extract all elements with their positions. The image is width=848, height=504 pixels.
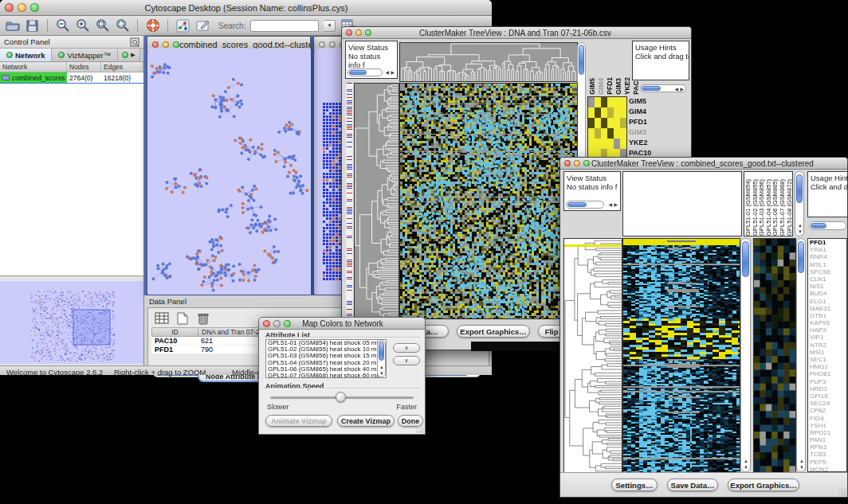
gene-column-label[interactable]: PFD1 — [606, 77, 614, 95]
scrollbar-thumb[interactable] — [579, 45, 584, 75]
tv1-usage-hscrollbar[interactable]: ◀ ▶ — [640, 84, 686, 92]
tv2-heatmap-vscrollbar[interactable]: ▲ ▼ — [740, 238, 751, 472]
scrollbar-thumb[interactable] — [742, 241, 749, 277]
scroll-up-arrow[interactable]: ▲ — [798, 223, 803, 228]
scrollbar-thumb[interactable] — [379, 342, 384, 361]
tv2-zoom-heatmap[interactable] — [753, 238, 796, 474]
control-panel-tab[interactable]: Network — [0, 49, 52, 61]
zoom-selected-icon[interactable] — [115, 18, 130, 33]
gene-list-item[interactable]: SEC1 — [808, 356, 846, 363]
gene-list-item[interactable]: HRD3 — [808, 385, 846, 393]
gene-row-label[interactable]: GIM3 — [629, 127, 651, 138]
resize-grip[interactable] — [838, 488, 846, 496]
search-dropdown-arrow[interactable]: ▾ — [324, 20, 336, 32]
gene-row-label[interactable]: YKE2 — [629, 138, 651, 148]
scroll-down-arrow[interactable]: ▼ — [744, 465, 748, 470]
attribute-list-scrollbar[interactable]: ▲ ▼ — [377, 340, 386, 377]
dp-col-id[interactable]: ID — [152, 328, 198, 336]
scroll-left-arrow[interactable]: ◀ — [385, 70, 389, 75]
tv2-zoom-scrollbar[interactable]: ▲ ▼ — [796, 238, 806, 472]
gene-row-label[interactable]: GIM5 — [629, 96, 651, 107]
zoom-button[interactable] — [30, 3, 39, 12]
minimize-button[interactable] — [163, 41, 169, 48]
minimize-button[interactable] — [329, 41, 336, 48]
tv1-status-hscrollbar[interactable] — [347, 68, 383, 76]
plugin-network-icon[interactable] — [175, 18, 190, 33]
tv1-heatmap[interactable] — [399, 83, 578, 319]
gene-list-item[interactable]: HMG1 — [808, 363, 846, 370]
resize-grip[interactable] — [416, 425, 424, 433]
zoom-button[interactable] — [284, 320, 291, 327]
control-panel-tab[interactable]: ▶ — [118, 49, 139, 61]
zoom-button[interactable] — [365, 29, 371, 36]
gene-list-item[interactable]: MSL1 — [808, 261, 846, 268]
gene-list-item[interactable]: TCB3 — [808, 451, 846, 458]
gene-list-item[interactable]: MAK31 — [808, 305, 846, 312]
export-graphics-button[interactable]: Export Graphics… — [728, 479, 799, 491]
delete-attribute-icon[interactable] — [194, 311, 212, 326]
tv2-row-dendrogram[interactable] — [563, 238, 622, 474]
close-button[interactable] — [319, 41, 325, 48]
scroll-right-arrow[interactable]: ▶ — [614, 202, 618, 207]
main-titlebar[interactable]: Cytoscape Desktop (Session Name: collins… — [0, 0, 492, 16]
scroll-right-arrow[interactable]: ▶ — [680, 87, 684, 92]
attribute-table-icon[interactable] — [153, 311, 171, 326]
tv1-row-dendrogram[interactable] — [354, 83, 399, 319]
gene-list-item[interactable]: PHO81 — [808, 370, 846, 377]
move-down-button[interactable]: ∨ — [393, 356, 420, 365]
gene-list-item[interactable]: PEP5 — [808, 459, 846, 466]
new-attribute-icon[interactable] — [174, 311, 191, 326]
gene-list-item[interactable]: KAP95 — [808, 319, 846, 326]
gene-list-item[interactable]: GPI16 — [808, 393, 846, 400]
tv2-status-hscrollbar[interactable] — [566, 201, 604, 209]
network-view1-canvas[interactable] — [148, 49, 311, 295]
gene-column-label[interactable]: GIM4 — [597, 78, 605, 95]
gene-list-item[interactable]: RNR4 — [808, 253, 846, 260]
close-button[interactable] — [5, 3, 14, 12]
array-column-label[interactable]: GPL51-08 (GSM872) — [787, 179, 793, 236]
scroll-up-arrow[interactable]: ▲ — [379, 365, 384, 369]
zoom-fit-icon[interactable] — [95, 18, 110, 33]
gene-list-item[interactable]: GTB1 — [808, 312, 846, 319]
move-up-button[interactable]: ∧ — [393, 343, 420, 353]
gene-list-item[interactable]: NTR2 — [808, 342, 846, 349]
tv2-titlebar[interactable]: ClusterMaker TreeView : combined_scores_… — [560, 158, 847, 170]
slider-thumb[interactable] — [336, 392, 346, 402]
tv2-column-dendrogram[interactable] — [622, 171, 742, 236]
close-button[interactable] — [263, 320, 270, 327]
scroll-down-arrow[interactable]: ▼ — [799, 465, 804, 470]
attribute-list-item[interactable]: GPL51-07 (GSM868) heat shock 60 min — [266, 373, 386, 378]
gene-list-item[interactable]: MSI1 — [808, 349, 846, 356]
save-data-button[interactable]: Save Data… — [667, 479, 718, 491]
scroll-down-arrow[interactable]: ▼ — [798, 229, 803, 234]
gene-list-item[interactable]: HAP3 — [808, 326, 846, 334]
tv1-zoom-heatmap[interactable] — [587, 96, 627, 160]
tv1-column-dendrogram[interactable] — [399, 42, 578, 82]
network-row[interactable]: combined_scores 2764(0) 16218(0) — [0, 72, 143, 83]
dialog-titlebar[interactable]: Map Colors to Network — [259, 318, 425, 330]
tv2-usage-hscrollbar[interactable] — [809, 221, 846, 230]
scrollbar-thumb[interactable] — [567, 202, 587, 207]
gene-list-item[interactable]: CPA2 — [808, 407, 846, 414]
tv2-heatmap[interactable] — [622, 238, 740, 474]
scroll-up-arrow[interactable]: ▲ — [799, 459, 804, 463]
tv2-labels-scrollbar[interactable]: ▲ ▼ — [795, 171, 804, 236]
col-nodes[interactable]: Nodes — [67, 62, 101, 72]
control-panel-tab[interactable]: VizMapper™ — [52, 49, 118, 61]
gene-list-item[interactable]: FIG4 — [808, 415, 846, 422]
close-button[interactable] — [564, 160, 571, 166]
scrollbar-thumb[interactable] — [349, 70, 367, 75]
gene-list-item[interactable]: SPC98 — [808, 268, 846, 275]
minimize-button[interactable] — [574, 160, 580, 166]
gene-list-item[interactable]: RPO21 — [808, 429, 846, 436]
tv1-titlebar[interactable]: ClusterMaker TreeView : DNA and Tran 07-… — [342, 27, 691, 39]
animate-vizmap-button[interactable]: Animate Vizmap — [265, 415, 332, 427]
scrollbar-thumb[interactable] — [811, 223, 826, 229]
settings-button[interactable]: Settings… — [611, 479, 658, 491]
gene-list-item[interactable]: CLN1 — [808, 275, 846, 283]
close-button[interactable] — [152, 41, 159, 48]
col-network[interactable]: Network — [0, 62, 67, 72]
gene-list-item[interactable]: YSH1 — [808, 422, 846, 429]
open-file-icon[interactable] — [5, 18, 20, 33]
gene-list-item[interactable]: VIP1 — [808, 334, 846, 341]
